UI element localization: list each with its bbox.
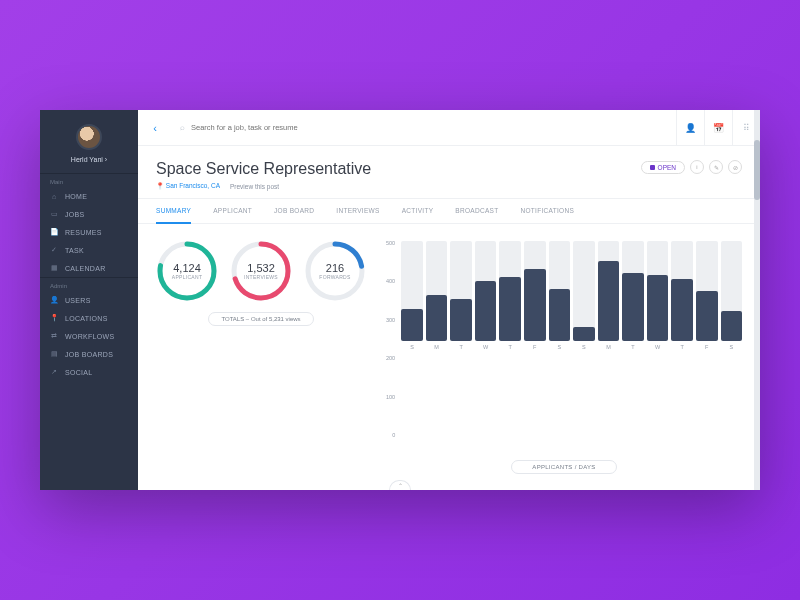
stat-applicant: 4,124APPLICANT bbox=[156, 240, 218, 302]
tab-broadcast[interactable]: BROADCAST bbox=[455, 199, 498, 223]
search-bar[interactable]: ⌕ bbox=[172, 123, 676, 132]
sidebar-item-locations[interactable]: 📍LOCATIONS bbox=[40, 309, 138, 327]
check-icon: ✓ bbox=[50, 246, 58, 254]
briefcase-icon: ▭ bbox=[50, 210, 58, 218]
bar-3[interactable]: W bbox=[475, 241, 497, 350]
avatar[interactable] bbox=[76, 124, 102, 150]
search-icon: ⌕ bbox=[180, 123, 185, 132]
sidebar-section-admin: Admin bbox=[40, 277, 138, 291]
page-header: Space Service Representative OPEN i ✎ ⊘ … bbox=[138, 146, 760, 199]
edit-button[interactable]: ✎ bbox=[709, 160, 723, 174]
bar-9[interactable]: T bbox=[622, 241, 644, 350]
stat-forwards: 216FORWARDS bbox=[304, 240, 366, 302]
main-area: ‹ ⌕ 👤 📅 ⠿ Space Service Representative O… bbox=[138, 110, 760, 490]
bar-13[interactable]: S bbox=[721, 241, 743, 350]
sidebar-item-jobs[interactable]: ▭JOBS bbox=[40, 205, 138, 223]
sidebar-item-workflows[interactable]: ⇄WORKFLOWS bbox=[40, 327, 138, 345]
sidebar-section-main: Main bbox=[40, 173, 138, 187]
chart-bars: SMTWTFSSMTWTFS bbox=[401, 240, 742, 350]
bar-5[interactable]: F bbox=[524, 241, 546, 350]
bar-7[interactable]: S bbox=[573, 241, 595, 350]
board-icon: ▤ bbox=[50, 350, 58, 358]
sidebar-item-calendar[interactable]: ▦CALENDAR bbox=[40, 259, 138, 277]
bar-11[interactable]: T bbox=[671, 241, 693, 350]
more-button[interactable]: ⊘ bbox=[728, 160, 742, 174]
profile-section[interactable]: Herld Yani › bbox=[40, 110, 138, 173]
tab-summary[interactable]: SUMMARY bbox=[156, 199, 191, 224]
tab-activity[interactable]: ACTIVITY bbox=[402, 199, 434, 223]
calendar-icon[interactable]: 📅 bbox=[704, 110, 732, 146]
chart-caption: APPLICANTS / DAYS bbox=[511, 460, 616, 474]
stat-interviews: 1,532INTERVIEWS bbox=[230, 240, 292, 302]
page-meta: 📍 San Francisco, CA Preview this post bbox=[156, 182, 742, 190]
topbar: ‹ ⌕ 👤 📅 ⠿ bbox=[138, 110, 760, 146]
tab-job-board[interactable]: JOB BOARD bbox=[274, 199, 314, 223]
bar-1[interactable]: M bbox=[426, 241, 448, 350]
bar-6[interactable]: S bbox=[549, 241, 571, 350]
bar-10[interactable]: W bbox=[647, 241, 669, 350]
username[interactable]: Herld Yani › bbox=[71, 156, 107, 163]
scrollbar[interactable] bbox=[754, 110, 760, 490]
preview-link[interactable]: Preview this post bbox=[230, 183, 279, 190]
sidebar-item-home[interactable]: ⌂HOME bbox=[40, 187, 138, 205]
tabs: SUMMARYAPPLICANTJOB BOARDINTERVIEWSACTIV… bbox=[138, 199, 760, 224]
bar-0[interactable]: S bbox=[401, 241, 423, 350]
header-actions: OPEN i ✎ ⊘ bbox=[641, 160, 742, 174]
home-icon: ⌂ bbox=[50, 192, 58, 200]
pin-icon: 📍 bbox=[50, 314, 58, 322]
search-input[interactable] bbox=[191, 123, 668, 132]
info-button[interactable]: i bbox=[690, 160, 704, 174]
sidebar: Herld Yani › Main ⌂HOME▭JOBS📄RESUMES✓TAS… bbox=[40, 110, 138, 490]
content: 4,124APPLICANT1,532INTERVIEWS216FORWARDS… bbox=[138, 224, 760, 490]
user-icon: 👤 bbox=[50, 296, 58, 304]
page-title: Space Service Representative bbox=[156, 160, 371, 178]
sidebar-item-users[interactable]: 👤USERS bbox=[40, 291, 138, 309]
sidebar-item-social[interactable]: ↗SOCIAL bbox=[40, 363, 138, 381]
back-button[interactable]: ‹ bbox=[138, 122, 172, 134]
tab-applicant[interactable]: APPLICANT bbox=[213, 199, 252, 223]
bar-8[interactable]: M bbox=[598, 241, 620, 350]
calendar-icon: ▦ bbox=[50, 264, 58, 272]
app-window: Herld Yani › Main ⌂HOME▭JOBS📄RESUMES✓TAS… bbox=[40, 110, 760, 490]
location-link[interactable]: 📍 San Francisco, CA bbox=[156, 182, 220, 190]
share-icon: ↗ bbox=[50, 368, 58, 376]
status-badge[interactable]: OPEN bbox=[641, 161, 685, 174]
sidebar-item-task[interactable]: ✓TASK bbox=[40, 241, 138, 259]
tab-notifications[interactable]: NOTIFICATIONS bbox=[520, 199, 574, 223]
stats-panel: 4,124APPLICANT1,532INTERVIEWS216FORWARDS… bbox=[156, 240, 366, 474]
totals-caption: TOTALS – Out of 5,231 views bbox=[208, 312, 313, 326]
tab-interviews[interactable]: INTERVIEWS bbox=[336, 199, 379, 223]
applicants-chart: 5004003002001000 SMTWTFSSMTWTFS APPLICAN… bbox=[386, 240, 742, 474]
sidebar-item-job-boards[interactable]: ▤JOB BOARDS bbox=[40, 345, 138, 363]
file-icon: 📄 bbox=[50, 228, 58, 236]
bar-4[interactable]: T bbox=[499, 241, 521, 350]
sidebar-item-resumes[interactable]: 📄RESUMES bbox=[40, 223, 138, 241]
user-menu-icon[interactable]: 👤 bbox=[676, 110, 704, 146]
scroll-thumb[interactable] bbox=[754, 140, 760, 200]
bar-12[interactable]: F bbox=[696, 241, 718, 350]
bar-2[interactable]: T bbox=[450, 241, 472, 350]
flow-icon: ⇄ bbox=[50, 332, 58, 340]
chart-y-axis: 5004003002001000 bbox=[386, 240, 395, 450]
